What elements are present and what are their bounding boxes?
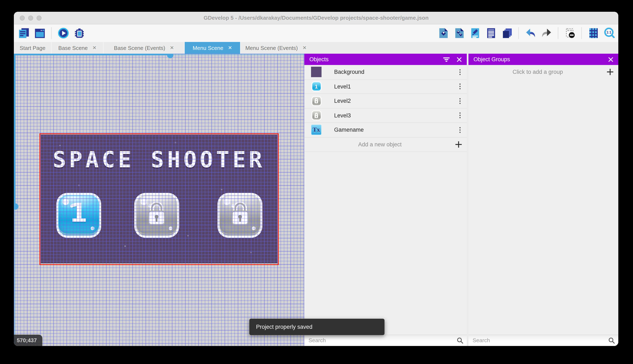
- search-icon[interactable]: [608, 337, 615, 344]
- grid-icon[interactable]: [587, 27, 599, 39]
- toolbar-divider: [581, 27, 582, 39]
- tab-close-icon[interactable]: ✕: [302, 45, 307, 50]
- object-groups-editor-icon[interactable]: [453, 27, 465, 39]
- tab-close-icon[interactable]: ✕: [170, 45, 174, 50]
- level3-locked-button-instance[interactable]: [217, 193, 262, 238]
- object-menu-icon[interactable]: ⋮: [457, 112, 462, 119]
- redo-icon[interactable]: [540, 27, 552, 39]
- window-controls: [20, 12, 42, 24]
- level3-thumbnail: [311, 110, 322, 121]
- tab-base-scene[interactable]: Base Scene ✕: [51, 42, 103, 54]
- level2-thumbnail: [311, 96, 322, 106]
- bubble-highlight: [252, 226, 256, 230]
- search-icon[interactable]: [457, 337, 463, 344]
- bubble-highlight: [62, 198, 69, 205]
- object-groups-panel-header: Object Groups: [468, 54, 618, 65]
- tab-label: Menu Scene (Events): [245, 45, 298, 51]
- tab-bar: Start Page Base Scene ✕ Base Scene (Even…: [14, 42, 618, 54]
- cursor-coordinates-badge: 570;437: [14, 335, 42, 346]
- tab-start-page[interactable]: Start Page: [14, 42, 51, 54]
- object-name: Level2: [334, 98, 351, 104]
- debug-icon[interactable]: [73, 27, 85, 39]
- object-menu-icon[interactable]: ⋮: [457, 127, 462, 133]
- project-manager-icon[interactable]: [18, 27, 30, 39]
- minimize-window-button[interactable]: [28, 15, 33, 20]
- filter-icon[interactable]: [443, 57, 450, 62]
- objects-panel: Objects Background ⋮ 1: [304, 54, 467, 346]
- vertical-scrollbar[interactable]: [14, 54, 15, 206]
- svg-text:1:1: 1:1: [606, 30, 611, 34]
- object-name: Level3: [334, 112, 351, 119]
- layers-editor-icon[interactable]: [501, 27, 513, 39]
- toolbar-divider: [518, 27, 519, 39]
- screenshot-root: GDevelop 5 - /Users/dkarakay/Documents/G…: [0, 0, 633, 364]
- toast-message: Project properly saved: [256, 324, 312, 330]
- close-window-button[interactable]: [20, 15, 25, 20]
- object-menu-icon[interactable]: ⋮: [457, 98, 462, 104]
- tab-close-icon[interactable]: ✕: [228, 45, 232, 50]
- object-row-level2[interactable]: Level2 ⋮: [304, 94, 467, 108]
- object-groups-panel-title: Object Groups: [473, 56, 510, 62]
- objects-search-input[interactable]: [308, 337, 457, 344]
- bubble-highlight: [140, 198, 147, 205]
- object-row-gamename[interactable]: Tx Gamename ⋮: [304, 123, 467, 137]
- scene-title-instance[interactable]: SPACE SHOOTER: [41, 148, 277, 170]
- groups-search-input[interactable]: [472, 337, 608, 344]
- star-specks: [41, 134, 41, 135]
- add-group-row[interactable]: Click to add a group: [468, 65, 618, 79]
- object-name: Background: [334, 69, 364, 75]
- vertical-scrollbar-thumb[interactable]: [14, 204, 19, 210]
- main-content: SPACE SHOOTER 1: [14, 54, 618, 346]
- tab-label: Start Page: [20, 45, 46, 51]
- groups-search-bar: [468, 334, 618, 346]
- fullscreen-window-button[interactable]: [37, 15, 42, 20]
- tab-label: Base Scene: [58, 45, 88, 51]
- tab-menu-scene[interactable]: Menu Scene ✕: [184, 42, 240, 54]
- plus-icon[interactable]: [455, 141, 462, 148]
- plus-icon[interactable]: [607, 69, 613, 75]
- object-groups-panel: Object Groups Click to add a group: [468, 54, 618, 346]
- undo-icon[interactable]: [524, 27, 536, 39]
- objects-panel-header: Objects: [304, 54, 467, 65]
- horizontal-scrollbar-thumb[interactable]: [167, 54, 173, 58]
- zoom-original-icon[interactable]: 1:1: [603, 27, 615, 39]
- object-menu-icon[interactable]: ⋮: [457, 83, 462, 90]
- vertical-scrollbar-track[interactable]: [14, 206, 15, 346]
- add-object-row[interactable]: Add a new object: [304, 137, 467, 152]
- object-menu-icon[interactable]: ⋮: [457, 69, 462, 76]
- tab-close-icon[interactable]: ✕: [92, 45, 97, 50]
- window-mask-icon[interactable]: [564, 27, 576, 39]
- tab-label: Base Scene (Events): [114, 45, 165, 51]
- properties-icon[interactable]: [469, 27, 481, 39]
- bubble-highlight: [70, 204, 73, 207]
- instances-list-icon[interactable]: [485, 27, 497, 39]
- toolbar-right-group: 1:1: [437, 27, 618, 39]
- titlebar: GDevelop 5 - /Users/dkarakay/Documents/G…: [14, 12, 618, 24]
- horizontal-scrollbar-track[interactable]: [170, 54, 304, 55]
- tab-base-scene-events[interactable]: Base Scene (Events) ✕: [103, 42, 184, 54]
- level1-button-instance[interactable]: 1: [56, 193, 101, 238]
- play-preview-icon[interactable]: [57, 27, 69, 39]
- start-page-icon[interactable]: [34, 27, 46, 39]
- scene-canvas[interactable]: SPACE SHOOTER 1: [14, 54, 304, 346]
- tab-menu-scene-events[interactable]: Menu Scene (Events) ✕: [240, 42, 311, 54]
- objects-editor-icon[interactable]: [437, 27, 449, 39]
- object-row-level1[interactable]: 1 Level1 ⋮: [304, 80, 467, 94]
- objects-panel-empty-area: [304, 152, 467, 334]
- save-toast: Project properly saved: [249, 319, 385, 335]
- toolbar-left-group: [14, 27, 85, 39]
- close-panel-icon[interactable]: [608, 57, 613, 62]
- objects-search-bar: [304, 334, 467, 346]
- level1-thumbnail: 1: [311, 81, 322, 92]
- text-object-thumbnail: Tx: [311, 125, 322, 135]
- toolbar-divider: [558, 27, 558, 39]
- object-row-background[interactable]: Background ⋮: [304, 65, 467, 80]
- add-object-label: Add a new object: [304, 141, 455, 148]
- object-row-level3[interactable]: Level3 ⋮: [304, 108, 467, 123]
- object-name: Level1: [334, 84, 351, 90]
- level2-locked-button-instance[interactable]: [134, 193, 179, 238]
- horizontal-scrollbar[interactable]: [14, 54, 170, 55]
- close-panel-icon[interactable]: [457, 57, 462, 62]
- toolbar: 1:1: [14, 24, 618, 42]
- bubble-highlight: [231, 204, 235, 207]
